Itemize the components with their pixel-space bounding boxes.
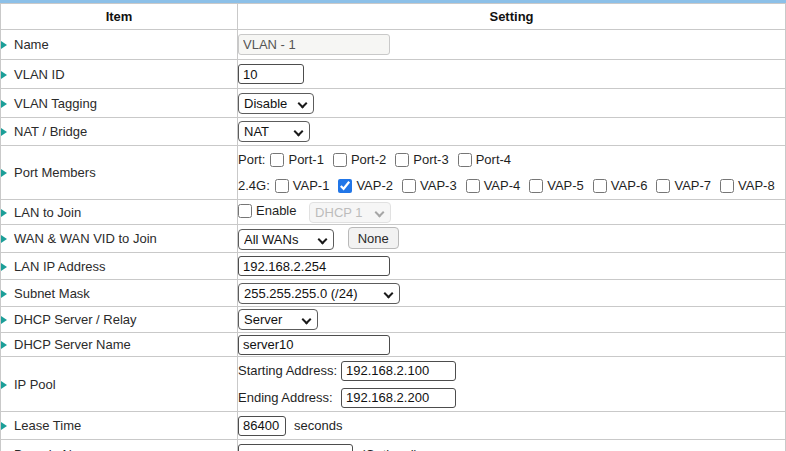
- vap-checkbox-group: VAP-1VAP-2VAP-3VAP-4VAP-5VAP-6VAP-7VAP-8: [275, 178, 784, 193]
- enable-checkbox-label[interactable]: Enable: [238, 203, 296, 218]
- table-row: VLAN Tagging Disable: [1, 89, 786, 118]
- vlan-id-input[interactable]: [238, 64, 304, 84]
- nat-bridge-select[interactable]: NAT: [238, 121, 310, 142]
- port-2-checkbox[interactable]: [333, 153, 347, 167]
- checkbox-label: VAP-8: [738, 178, 775, 193]
- table-row: NAT / Bridge NAT: [1, 118, 786, 146]
- vlan-settings-table: Item Setting Name VLAN ID VLAN Tagging D…: [0, 3, 786, 451]
- dhcp-mode-select-wrap: Server: [238, 309, 318, 330]
- table-row: DHCP Server / Relay Server: [1, 307, 786, 333]
- table-row: Lease Time seconds: [1, 412, 786, 440]
- ending-address-input[interactable]: [341, 388, 456, 408]
- checkbox-label: Port-3: [413, 152, 448, 167]
- checkbox-label: VAP-3: [420, 178, 457, 193]
- bullet-arrow-icon: [1, 316, 7, 324]
- subnet-mask-select-wrap: 255.255.255.0 (/24): [238, 283, 400, 304]
- lan-ip-row-label: LAN IP Address: [1, 253, 238, 280]
- nat-bridge-select-wrap: NAT: [238, 121, 310, 142]
- vap-5-checkbox[interactable]: [529, 179, 543, 193]
- vap-8-checkbox[interactable]: [720, 179, 734, 193]
- bullet-arrow-icon: [1, 381, 7, 389]
- port-checkbox-line: Port:Port-1Port-2Port-3Port-4: [238, 147, 785, 173]
- vap-3-checkbox-label[interactable]: VAP-3: [402, 178, 457, 193]
- table-row: Subnet Mask 255.255.255.0 (/24): [1, 280, 786, 307]
- name-input: [238, 34, 390, 55]
- optional-hint-label: (Optional): [361, 447, 418, 451]
- ending-address-label: Ending Address:: [238, 384, 341, 411]
- bullet-arrow-icon: [1, 235, 7, 243]
- vap-4-checkbox[interactable]: [466, 179, 480, 193]
- table-row: DHCP Server Name: [1, 333, 786, 357]
- port-4-checkbox[interactable]: [458, 153, 472, 167]
- vap-6-checkbox[interactable]: [593, 179, 607, 193]
- dhcp-server-name-row-label: DHCP Server Name: [1, 333, 238, 357]
- wan-select[interactable]: All WANs: [238, 229, 334, 250]
- bullet-arrow-icon: [1, 422, 7, 430]
- domain-name-input[interactable]: [238, 444, 353, 451]
- port-4-checkbox-label[interactable]: Port-4: [458, 152, 511, 167]
- table-row: IP Pool Starting Address: Ending Address…: [1, 357, 786, 412]
- vap-8-checkbox-label[interactable]: VAP-8: [720, 178, 775, 193]
- wan-select-wrap: All WANs: [238, 229, 334, 250]
- port-members-row-label: Port Members: [1, 146, 238, 200]
- port-3-checkbox[interactable]: [395, 153, 409, 167]
- vap-1-checkbox-label[interactable]: VAP-1: [275, 178, 330, 193]
- checkbox-label: VAP-7: [674, 178, 711, 193]
- item-column-header: Item: [1, 4, 238, 30]
- lease-time-row-label: Lease Time: [1, 412, 238, 440]
- table-header-row: Item Setting: [1, 4, 786, 30]
- bullet-arrow-icon: [1, 169, 7, 177]
- lease-time-unit-label: seconds: [294, 418, 342, 433]
- dhcp-mode-select[interactable]: Server: [238, 309, 318, 330]
- nat-bridge-row-label: NAT / Bridge: [1, 118, 238, 146]
- vap-2-checkbox[interactable]: [338, 179, 352, 193]
- enable-checkbox[interactable]: [238, 204, 252, 218]
- vap-4-checkbox-label[interactable]: VAP-4: [466, 178, 521, 193]
- port-prefix-label: Port:: [238, 152, 265, 167]
- dhcp-server-relay-row-label: DHCP Server / Relay: [1, 307, 238, 333]
- checkbox-label: Port-4: [476, 152, 511, 167]
- lan-to-join-row-label: LAN to Join: [1, 200, 238, 225]
- port-checkbox-group: Port-1Port-2Port-3Port-4: [270, 152, 520, 167]
- table-row: LAN IP Address: [1, 253, 786, 280]
- dhcp-server-name-input[interactable]: [238, 335, 390, 355]
- name-row-label: Name: [1, 30, 238, 60]
- vap-5-checkbox-label[interactable]: VAP-5: [529, 178, 584, 193]
- lan-ip-input[interactable]: [238, 256, 390, 276]
- checkbox-label: VAP-4: [484, 178, 521, 193]
- bullet-arrow-icon: [1, 41, 7, 49]
- vlan-tagging-select-wrap: Disable: [238, 93, 314, 114]
- ending-address-line: Ending Address:: [238, 384, 785, 411]
- wan-to-join-row-label: WAN & WAN VID to Join: [1, 225, 238, 253]
- vap-checkbox-line: 2.4G:VAP-1VAP-2VAP-3VAP-4VAP-5VAP-6VAP-7…: [238, 173, 785, 199]
- bullet-arrow-icon: [1, 263, 7, 271]
- port-1-checkbox[interactable]: [270, 153, 284, 167]
- vlan-tagging-row-label: VLAN Tagging: [1, 89, 238, 118]
- vap-7-checkbox-label[interactable]: VAP-7: [656, 178, 711, 193]
- lease-time-input[interactable]: [238, 416, 286, 436]
- port-1-checkbox-label[interactable]: Port-1: [270, 152, 323, 167]
- table-row: LAN to Join Enable DHCP 1: [1, 200, 786, 225]
- table-row: Name: [1, 30, 786, 60]
- port-2-checkbox-label[interactable]: Port-2: [333, 152, 386, 167]
- checkbox-label: Port-2: [351, 152, 386, 167]
- ip-pool-row-label: IP Pool: [1, 357, 238, 412]
- subnet-mask-row-label: Subnet Mask: [1, 280, 238, 307]
- bullet-arrow-icon: [1, 341, 7, 349]
- starting-address-line: Starting Address:: [238, 357, 785, 384]
- none-button[interactable]: None: [348, 227, 399, 249]
- vlan-tagging-select[interactable]: Disable: [238, 93, 314, 114]
- checkbox-label: VAP-2: [356, 178, 393, 193]
- checkbox-label: Port-1: [288, 152, 323, 167]
- vap-1-checkbox[interactable]: [275, 179, 289, 193]
- dhcp-join-select: DHCP 1: [309, 202, 391, 223]
- subnet-mask-select[interactable]: 255.255.255.0 (/24): [238, 283, 400, 304]
- bullet-arrow-icon: [1, 290, 7, 298]
- port-3-checkbox-label[interactable]: Port-3: [395, 152, 448, 167]
- vap-3-checkbox[interactable]: [402, 179, 416, 193]
- vap-2-checkbox-label[interactable]: VAP-2: [338, 178, 393, 193]
- starting-address-input[interactable]: [341, 361, 456, 381]
- checkbox-label: VAP-6: [611, 178, 648, 193]
- vap-7-checkbox[interactable]: [656, 179, 670, 193]
- vap-6-checkbox-label[interactable]: VAP-6: [593, 178, 648, 193]
